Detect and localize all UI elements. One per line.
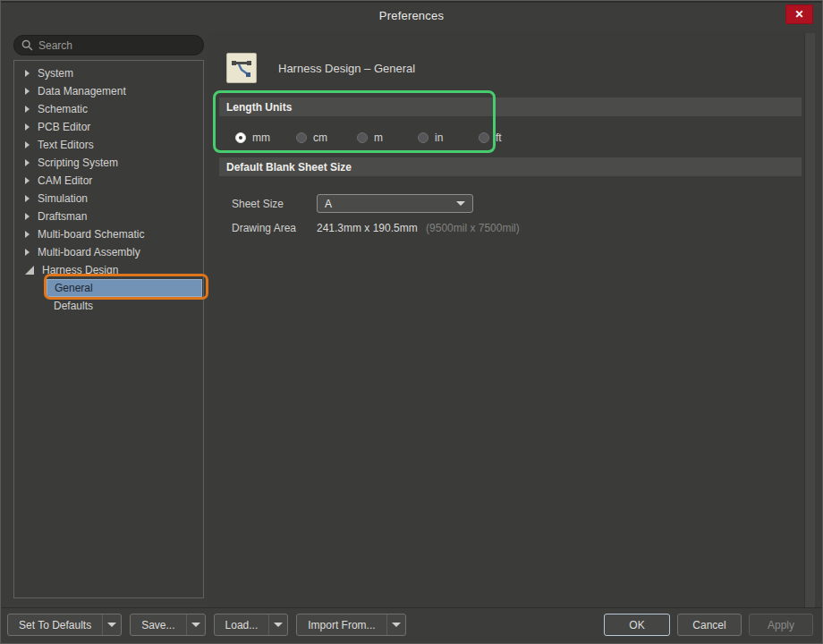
search-box[interactable] xyxy=(13,35,204,55)
chevron-right-icon xyxy=(25,141,30,148)
radio-mm[interactable]: mm xyxy=(235,131,270,144)
drawing-area-mil: (9500mil x 7500mil) xyxy=(426,222,520,234)
radio-label: m xyxy=(374,131,383,144)
footer-bar: Set To Defaults Save... Load... Import F… xyxy=(1,607,822,643)
apply-button[interactable]: Apply xyxy=(749,614,813,636)
tree-item-label: Defaults xyxy=(54,300,93,312)
length-units-radio-group: mm cm m in ft xyxy=(235,131,539,144)
tree-item-label: Harness Design xyxy=(42,264,118,276)
sheet-size-dropdown[interactable]: A xyxy=(317,194,473,213)
set-to-defaults-menu-arrow[interactable] xyxy=(102,614,121,635)
chevron-right-icon xyxy=(25,70,30,77)
radio-label: cm xyxy=(313,131,327,144)
chevron-right-icon xyxy=(25,88,30,95)
search-input[interactable] xyxy=(38,39,182,52)
tree-item-label: CAM Editor xyxy=(38,174,92,187)
drawing-area-label: Drawing Area xyxy=(232,222,296,234)
tree-item-simulation[interactable]: Simulation xyxy=(14,190,203,208)
radio-cm[interactable]: cm xyxy=(296,131,331,144)
tree-item-data-management[interactable]: Data Management xyxy=(14,82,203,100)
chevron-down-icon xyxy=(191,623,200,627)
load-label: Load... xyxy=(215,614,269,635)
titlebar: Preferences ✕ xyxy=(1,1,822,28)
tree-item-draftsman[interactable]: Draftsman xyxy=(14,208,203,225)
load-menu-arrow[interactable] xyxy=(268,614,287,635)
chevron-right-icon xyxy=(25,213,30,220)
tree-item-scripting-system[interactable]: Scripting System xyxy=(14,154,203,172)
chevron-expanded-icon xyxy=(25,266,34,275)
tree-item-label: General xyxy=(55,282,93,294)
import-from-button[interactable]: Import From... xyxy=(296,614,405,636)
page-title: Harness Design – General xyxy=(278,62,415,75)
tree-item-multi-board-assembly[interactable]: Multi-board Assembly xyxy=(14,243,203,261)
section-header-sheet-size: Default Blank Sheet Size xyxy=(219,157,802,176)
radio-icon xyxy=(479,132,489,143)
section-title: Length Units xyxy=(226,101,292,114)
import-from-menu-arrow[interactable] xyxy=(386,614,405,635)
chevron-right-icon xyxy=(25,159,30,166)
section-title: Default Blank Sheet Size xyxy=(226,161,352,174)
sheet-size-label: Sheet Size xyxy=(232,198,284,210)
sheet-size-value: A xyxy=(325,198,332,210)
tree-item-label: Draftsman xyxy=(38,210,87,223)
tree-item-label: Scripting System xyxy=(38,157,118,169)
page-header: Harness Design – General xyxy=(226,53,415,83)
radio-ft[interactable]: ft xyxy=(479,131,513,144)
radio-label: in xyxy=(435,131,443,144)
chevron-right-icon xyxy=(25,231,30,238)
harness-design-icon xyxy=(226,53,257,83)
tree-item-system[interactable]: System xyxy=(14,64,203,82)
drawing-area-mm: 241.3mm x 190.5mm xyxy=(317,222,418,234)
dialog-title: Preferences xyxy=(379,9,444,22)
drawing-area-value: 241.3mm x 190.5mm (9500mil x 7500mil) xyxy=(317,222,520,234)
tree-item-schematic[interactable]: Schematic xyxy=(14,100,203,118)
radio-icon xyxy=(418,132,428,143)
tree-item-label: Data Management xyxy=(38,85,126,97)
search-icon xyxy=(21,39,33,51)
preferences-dialog: Preferences ✕ System Data Management Sch… xyxy=(0,0,823,644)
cancel-button[interactable]: Cancel xyxy=(677,614,742,636)
chevron-down-icon xyxy=(392,623,401,627)
chevron-right-icon xyxy=(25,195,30,202)
radio-in[interactable]: in xyxy=(418,131,453,144)
chevron-right-icon xyxy=(25,177,30,184)
close-button[interactable]: ✕ xyxy=(785,4,813,24)
tree-item-pcb-editor[interactable]: PCB Editor xyxy=(14,118,203,136)
chevron-down-icon xyxy=(456,201,465,206)
chevron-right-icon xyxy=(25,249,30,256)
preferences-tree: System Data Management Schematic PCB Edi… xyxy=(13,60,204,598)
tree-item-text-editors[interactable]: Text Editors xyxy=(14,136,203,154)
section-header-length-units: Length Units xyxy=(219,97,802,116)
tree-item-label: System xyxy=(38,67,73,80)
radio-label: ft xyxy=(496,131,502,144)
tree-item-harness-general[interactable]: General xyxy=(47,279,202,297)
tree-item-label: Schematic xyxy=(38,103,88,115)
chevron-down-icon xyxy=(274,623,283,627)
tree-item-label: PCB Editor xyxy=(38,121,90,133)
tree-item-harness-design[interactable]: Harness Design xyxy=(14,261,203,279)
radio-selected-icon xyxy=(235,132,246,143)
chevron-down-icon xyxy=(107,623,116,627)
tree-item-harness-defaults[interactable]: Defaults xyxy=(47,297,203,315)
close-icon: ✕ xyxy=(794,8,803,21)
tree-item-label: Multi-board Schematic xyxy=(38,228,144,241)
chevron-right-icon xyxy=(25,123,30,131)
set-to-defaults-label: Set To Defaults xyxy=(8,614,102,635)
tree-item-label: Simulation xyxy=(38,192,88,205)
vertical-scrollbar[interactable] xyxy=(804,33,815,607)
radio-icon xyxy=(296,132,307,143)
save-button[interactable]: Save... xyxy=(130,614,205,636)
ok-button[interactable]: OK xyxy=(604,614,670,636)
save-menu-arrow[interactable] xyxy=(186,614,205,635)
save-label: Save... xyxy=(131,614,185,635)
radio-icon xyxy=(357,132,368,143)
import-from-label: Import From... xyxy=(297,614,386,635)
tree-item-cam-editor[interactable]: CAM Editor xyxy=(14,172,203,190)
radio-label: mm xyxy=(252,131,270,144)
tree-item-multi-board-schematic[interactable]: Multi-board Schematic xyxy=(14,225,203,243)
radio-m[interactable]: m xyxy=(357,131,392,144)
chevron-right-icon xyxy=(25,106,30,113)
set-to-defaults-button[interactable]: Set To Defaults xyxy=(7,614,122,636)
load-button[interactable]: Load... xyxy=(214,614,289,636)
main-panel: Harness Design – General Length Units mm… xyxy=(208,31,817,607)
